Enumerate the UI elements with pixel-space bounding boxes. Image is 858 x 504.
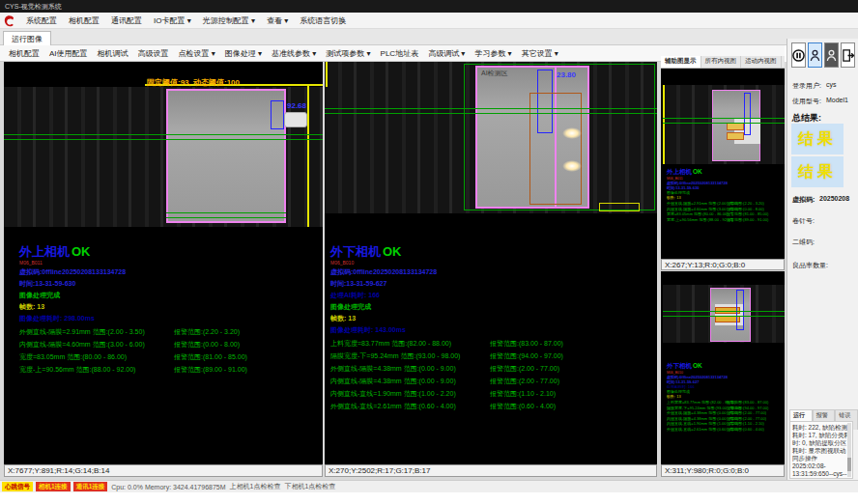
measurement-row: 外侧直线-隔膜=4.38mm 范围:(0.00 - 9.00)报警范围:(2.0…	[667, 410, 783, 416]
frame-count-line: 帧数: 13	[19, 302, 44, 312]
process-time-line: 图像处理耗时: 143.00ms	[330, 325, 406, 335]
alarm-range: 报警范围:(94.00 - 97.00)	[490, 351, 563, 361]
exit-button[interactable]	[841, 42, 855, 68]
menu-item[interactable]: IO卡配置 ▾	[148, 15, 197, 26]
toolbar-button[interactable]: PLC地址表	[376, 48, 424, 59]
log-scrollbar-thumb[interactable]	[847, 458, 851, 471]
threshold-overlay-label: 固定阈值:93, 动态阈值:100	[147, 77, 240, 88]
defect-label-box	[727, 123, 744, 130]
alarm-range: 报警范围:(83.00 - 87.00)	[490, 339, 563, 349]
result-ok: OK	[693, 168, 702, 175]
measurement-row: 外侧直线-直线=2.61mm 范围:(0.60 - 4.00)报警范围:(0.6…	[330, 400, 649, 412]
menu-items: 系统配置相机配置通讯配置IO卡配置 ▾光源控制配置 ▾查看 ▾系统语言切换	[20, 15, 352, 26]
measurement-row: 外侧直线-隔膜=4.38mm 范围:(0.00 - 9.00)报警范围:(2.0…	[330, 362, 649, 375]
camera-tag: M06_B010	[330, 260, 354, 266]
measurement-row: 隔膜宽度-下=95.24mm 范围:(93.00 - 98.00)报警范围:(9…	[667, 406, 783, 411]
measure-overlay-value: 92.68	[287, 101, 306, 110]
alarm-range: 报警范围:(2.00 - 77.00)	[490, 377, 559, 386]
alarm-range: 报警范围:(2.00 - 77.00)	[727, 410, 766, 415]
toolbar-button[interactable]: 高级调试 ▾	[423, 48, 470, 59]
mid-measurements: 上料宽度=83.77mm 范围:(82.00 - 88.00)报警范围:(83.…	[330, 337, 649, 412]
menu-item[interactable]: 系统语言切换	[294, 15, 352, 26]
green-baseline	[4, 134, 323, 135]
toolbar-button[interactable]: 学习参数 ▾	[470, 48, 516, 59]
green-baseline	[663, 316, 785, 317]
result-block-2: 结果	[791, 156, 844, 187]
right-view-tab[interactable]: 运动内视图	[741, 56, 782, 68]
menu-item[interactable]: 系统配置	[20, 15, 63, 26]
toolbar-button[interactable]: AI使用配置	[44, 48, 93, 59]
alarm-range: 报警范围:(0.60 - 4.00)	[490, 402, 556, 411]
toolbar-button[interactable]: 相机配置	[4, 48, 44, 59]
measure-value: 外侧直线-直线=2.61mm 范围:(0.60 - 4.00)	[330, 402, 490, 411]
bottom-camera-check-text: 下相机1点检检查	[284, 482, 335, 491]
menu-item[interactable]: 相机配置	[63, 15, 105, 26]
tab-run-image[interactable]: 运行图像	[3, 31, 51, 46]
measure-box	[744, 93, 751, 135]
process-done-line: 图像处理完成	[330, 302, 371, 312]
log-output[interactable]: 耗时: 222, 缺陷检测耗时: 17, 缺陷分类耗时: 0, 缺陷提取分区耗时…	[789, 421, 853, 479]
pixel-coords: X:7677;Y:891;R:14;G:14;B:14	[8, 466, 109, 475]
alarm-range: 报警范围:(83.00 - 87.00)	[727, 400, 768, 405]
green-baseline	[663, 123, 785, 124]
menu-bar: 系统配置相机配置通讯配置IO卡配置 ▾光源控制配置 ▾查看 ▾系统语言切换	[0, 13, 858, 29]
toolbar-button[interactable]: 基准线参数 ▾	[267, 48, 321, 59]
toolbar-button[interactable]: 点检设置 ▾	[174, 48, 220, 59]
yellow-guide-line-vertical	[326, 62, 328, 87]
measure-value: 内侧直线-隔膜=4.60mm 范围:(3.00 - 6.00)	[19, 340, 174, 350]
measurement-row: 外侧直线-直线=2.61mm 范围:(0.60 - 4.00)报警范围:(0.6…	[667, 427, 783, 433]
toolbar-button[interactable]: 其它设置 ▾	[517, 48, 563, 59]
result-ok: OK	[693, 362, 702, 369]
toolbar-button[interactable]: 相机调试	[93, 48, 133, 59]
measure-box	[736, 290, 744, 330]
status-badge: 通讯1连接	[73, 482, 108, 491]
yellow-guide-line-vertical	[307, 85, 309, 227]
left-measurements: 外侧直线-隔膜=2.91mm 范围:(2.00 - 3.50)报警范围:(2.2…	[19, 325, 315, 376]
menu-item[interactable]: 通讯配置	[105, 15, 148, 26]
pin-number-label: 卷针号:	[792, 216, 815, 226]
right-view-tab[interactable]: 辅助图显示	[661, 56, 701, 68]
menu-item[interactable]: 光源控制配置 ▾	[197, 15, 261, 26]
pixel-coords: X:311;Y:980;R:0;G:0;B:0	[665, 466, 749, 475]
alarm-range: 报警范围:(0.00 - 8.00)	[727, 207, 764, 211]
frame-count-line: 帧数: 13	[667, 394, 681, 399]
toolbar-button[interactable]: 图像处理 ▾	[220, 48, 267, 59]
measure-value: 隔膜宽度-下=95.24mm 范围:(93.00 - 98.00)	[667, 406, 727, 410]
window-titlebar: CYS-视觉检测系统	[0, 0, 858, 13]
log-scrollbar[interactable]	[847, 423, 851, 477]
measurement-row: 隔膜宽度-下=95.24mm 范围:(93.00 - 98.00)报警范围:(9…	[330, 350, 649, 362]
measure-value: 隔膜宽度-下=95.24mm 范围:(93.00 - 98.00)	[330, 351, 490, 361]
measurement-row: 内侧直线-隔膜=4.38mm 范围:(0.00 - 9.00)报警范围:(2.0…	[667, 416, 783, 422]
light-flare	[562, 160, 582, 172]
user-login-button[interactable]	[808, 42, 822, 68]
ai-time-line: 处理AI耗时: 166	[330, 291, 380, 300]
camera-name: 外上相机	[667, 168, 692, 175]
green-baseline	[663, 118, 785, 119]
user-settings-button[interactable]	[824, 42, 839, 68]
login-user-label: 登录用户:	[792, 81, 821, 91]
green-baseline	[4, 139, 323, 140]
measure-value: 宽度-上=90.56mm 范围:(88.00 - 92.00)	[19, 365, 174, 375]
measure-overlay-value: 23.80	[557, 70, 576, 79]
measurement-row: 外侧直线-隔膜=2.91mm 范围:(2.00 - 3.50)报警范围:(2.2…	[19, 325, 315, 338]
camera-name: 外下相机	[667, 362, 692, 369]
mini-top-statusbar: X:267;Y:13;R:0;G:0;B:0	[661, 259, 785, 270]
measure-value: 内侧直线-直线=1.90mm 范围:(1.00 - 2.20)	[667, 421, 727, 426]
pause-button[interactable]	[791, 42, 806, 68]
measurement-row: 宽度-上=90.56mm 范围:(88.00 - 92.00)报警范围:(89.…	[667, 217, 783, 223]
alarm-range: 报警范围:(2.00 - 77.00)	[490, 364, 559, 374]
measure-value: 上料宽度=83.77mm 范围:(82.00 - 88.00)	[667, 400, 727, 405]
right-view-tab[interactable]: 所有内视图	[701, 56, 742, 68]
frame-count-line: 帧数: 13	[667, 195, 681, 200]
measurement-row: 宽度=83.05mm 范围:(80.00 - 86.00)报警范围:(81.00…	[667, 211, 783, 217]
measure-value: 外侧直线-隔膜=4.38mm 范围:(0.00 - 9.00)	[330, 364, 490, 374]
alarm-range: 报警范围:(81.00 - 85.00)	[727, 211, 768, 216]
pixel-coords: X:267;Y:13;R:0;G:0;B:0	[665, 261, 745, 269]
alarm-range: 报警范围:(94.00 - 97.00)	[727, 406, 768, 410]
toolbar-button[interactable]: 测试项参数 ▾	[321, 48, 375, 59]
app-window: CYS-视觉检测系统 系统配置相机配置通讯配置IO卡配置 ▾光源控制配置 ▾查看…	[0, 0, 858, 504]
measurement-row: 内侧直线-隔膜=4.38mm 范围:(0.00 - 9.00)报警范围:(2.0…	[330, 375, 649, 387]
menu-item[interactable]: 查看 ▾	[261, 15, 294, 26]
frame-count-line: 帧数: 13	[330, 314, 356, 323]
toolbar-button[interactable]: 高级设置	[133, 48, 174, 59]
